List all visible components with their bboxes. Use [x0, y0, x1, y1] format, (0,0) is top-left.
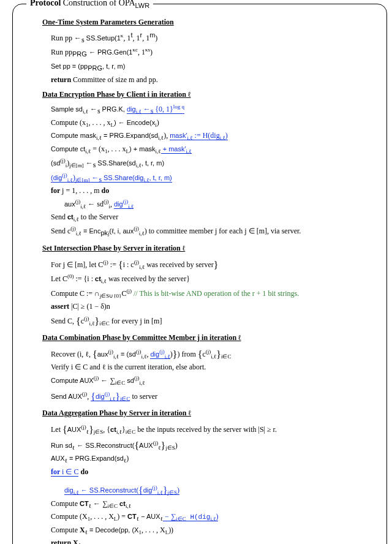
- phase3-header: Set Intersection Phase by Server in iter…: [42, 244, 375, 253]
- title-sub: LWR: [135, 2, 150, 9]
- phase4-header: Data Combination Phase by Committee Memb…: [42, 333, 375, 342]
- phase1-body: Run pp ←$ SS.Setup(1κ, 1t, 1r, 1m) Run p…: [42, 31, 375, 85]
- p3-l4: assert |C| ≥ (1 − δ)n: [51, 301, 375, 312]
- p5-l8: Compute Xℓ = Decode(pp, (X1, . . . , XL)…: [51, 525, 375, 537]
- phase1-header: One-Time System Parameters Generation: [42, 18, 375, 27]
- protocol-title: Protocol Construction of OPALWR: [26, 0, 153, 9]
- phase3-body: For j ∈ [m], let C(j) := {i : c(j)i,ℓ wa…: [42, 257, 375, 328]
- p1-l1: Run pp ←$ SS.Setup(1κ, 1t, 1r, 1m): [51, 31, 375, 45]
- p2-l3: Compute maski,ℓ = PRG.Expand(sdi,ℓ), mas…: [51, 130, 375, 142]
- protocol-box: Protocol Construction of OPALWR One-Time…: [12, 4, 387, 544]
- p2-l6: (dig(j)i,ℓ)j∈[m] ←$ SS.Share(digi,ℓ, t, …: [51, 172, 375, 184]
- p1-l2: Run ppPRG ← PRG.Gen(1κc, 1κs): [51, 46, 375, 59]
- p1-l4: return Committee of size m and pp.: [51, 75, 375, 85]
- p3-l1: For j ∈ [m], let C(j) := {i : c(j)i,ℓ wa…: [51, 257, 375, 271]
- p5-l9: return Xℓ: [51, 538, 375, 544]
- p1-l3: Set pp = (ppPRG, t, r, m): [51, 61, 375, 74]
- p2-l4: Compute cti,ℓ = (x1, . . . xL) + maski,ℓ…: [51, 144, 375, 156]
- phase5-body: Let {AUX(j)ℓ}j∈S, {cti,ℓ}i∈C be the inpu…: [42, 421, 375, 544]
- p5-l1: Let {AUX(j)ℓ}j∈S, {cti,ℓ}i∈C be the inpu…: [51, 421, 375, 436]
- p2-l9: Send cti,ℓ to the Server: [51, 212, 375, 224]
- p2-l1: Sample sdi,ℓ ←$ PRG.K, digi,ℓ ←$ {0, 1}l…: [51, 103, 375, 116]
- p2-l5: (sd(j)i)j∈[m] ←$ SS.Share(sdi,ℓ, t, r, m…: [51, 157, 375, 170]
- p5-l7: Compute (X1, . . . , XL) = CTℓ − AUXℓ − …: [51, 512, 375, 523]
- phase5-header: Data Aggregation Phase by Server in iter…: [42, 409, 375, 418]
- phase4-body: Recover (i, ℓ, {aux(j)i,ℓ = (sd(j)i,ℓ, d…: [42, 346, 375, 404]
- p4-l4: Send AUX(j), {dig(j)i,ℓ}i∈C to server: [51, 388, 375, 403]
- p3-l2: Let C(0) := {i : cti,ℓ was received by t…: [51, 273, 375, 285]
- protocol-content: One-Time System Parameters Generation Ru…: [13, 4, 386, 544]
- p5-l3: AUXℓ = PRG.Expand(sdℓ): [51, 453, 375, 465]
- p5-l2: Run sdℓ ← SS.Reconstruct({AUX(j)ℓ}j∈S): [51, 437, 375, 452]
- title-bold: Protocol: [30, 0, 61, 7]
- p2-l10: Send c(j)i,ℓ = Encpkj(ℓ, i, aux(j)i,ℓ) t…: [51, 225, 375, 238]
- phase2-body: Sample sdi,ℓ ←$ PRG.K, digi,ℓ ←$ {0, 1}l…: [42, 103, 375, 238]
- p5-l5: digi,ℓ ← SS.Reconstruct({dig(j)i,ℓ}j∈S): [51, 482, 375, 497]
- phase2-header: Data Encryption Phase by Client i in ite…: [42, 90, 375, 99]
- p4-l3: Compute AUX(j) ← ∑i∈C sd(j)i,ℓ: [51, 374, 375, 387]
- p2-l2: Compute (x1, . . . , xL) ← Encode(xi): [51, 118, 375, 129]
- p2-l8: aux(j)i,ℓ ← sd(j)i, dig(j)i,ℓ: [51, 198, 375, 211]
- p5-l6: Compute CTℓ ← ∑i∈C cti,ℓ: [51, 499, 375, 510]
- p5-l4: for i ∈ C do: [51, 467, 375, 477]
- p3-l5: Send C, {c(j)i,ℓ}i∈C for every j in [m]: [51, 313, 375, 328]
- title-rest: Construction of OPA: [61, 0, 135, 7]
- p4-l1: Recover (i, ℓ, {aux(j)i,ℓ = (sd(j)i,ℓ, d…: [51, 346, 375, 361]
- p4-l2: Verify i ∈ C and ℓ is the current iterat…: [51, 362, 375, 372]
- p3-l3: Compute C := ∩j∈S∪{0}C(j) // This is bit…: [51, 287, 375, 300]
- p2-l7: for j = 1, . . . , m do: [51, 186, 375, 196]
